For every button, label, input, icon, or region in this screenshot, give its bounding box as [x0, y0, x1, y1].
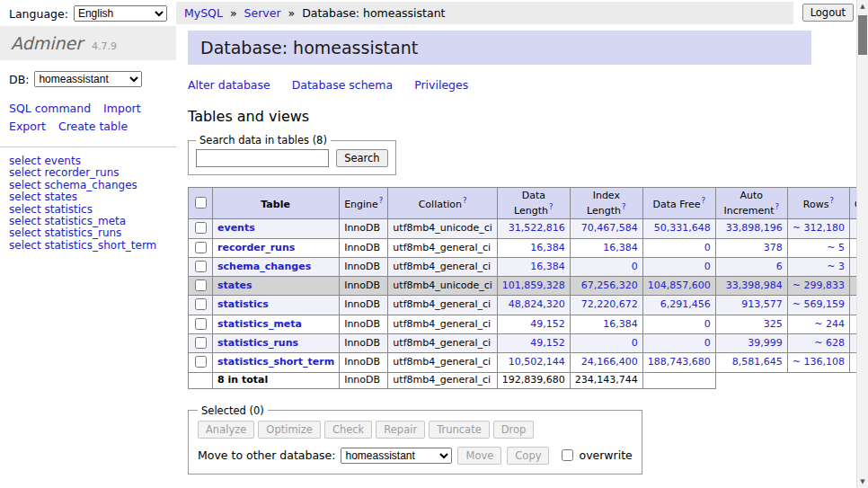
data-length-link[interactable]: 16,384 [530, 242, 565, 254]
create-table-sidebar-link[interactable]: Create table [58, 120, 128, 133]
import-link[interactable]: Import [103, 102, 141, 115]
scrollbar-thumb[interactable] [858, 15, 867, 55]
alter-database-link[interactable]: Alter database [188, 78, 270, 92]
index-length-link[interactable]: 72,220,672 [581, 298, 638, 311]
privileges-link[interactable]: Privileges [414, 78, 468, 92]
rows-count-link[interactable]: ~ 312,180 [793, 222, 845, 235]
data-length-link[interactable]: 48,824,320 [509, 298, 565, 311]
sidebar-table-link[interactable]: select schema_changes [9, 179, 137, 191]
index-length-link[interactable]: 24,166,400 [581, 356, 638, 368]
row-select-checkbox[interactable] [195, 337, 207, 349]
sql-command-link[interactable]: SQL command [9, 102, 91, 115]
data-length-link[interactable]: 10,502,144 [509, 356, 565, 368]
auto-increment-link[interactable]: 8,581,645 [732, 356, 783, 368]
vertical-scrollbar[interactable]: ▲ ▼ [856, 0, 868, 488]
auto-increment-link[interactable]: 325 [764, 318, 783, 331]
index-length-link[interactable]: 0 [632, 337, 638, 350]
sidebar-table-link[interactable]: select statistics_runs [9, 226, 121, 239]
index-length-help-link[interactable]: ? [622, 202, 626, 211]
auto-increment-link[interactable]: 913,577 [741, 298, 783, 311]
overwrite-checkbox[interactable] [562, 449, 573, 461]
auto-increment-link[interactable]: 33,898,196 [726, 222, 783, 235]
breadcrumb-server-link[interactable]: Server [244, 6, 281, 20]
auto-increment-link[interactable]: 6 [776, 261, 783, 273]
table-name-link[interactable]: events [217, 222, 255, 234]
rows-count-link[interactable]: ~ 3 [827, 261, 845, 273]
table-name-link[interactable]: statistics_runs [217, 337, 298, 349]
select-all-checkbox[interactable] [195, 197, 207, 209]
table-name-link[interactable]: statistics_meta [217, 318, 302, 330]
copy-button[interactable]: Copy [507, 447, 549, 465]
auto-increment-link[interactable]: 33,398,984 [726, 279, 783, 292]
move-button[interactable]: Move [457, 447, 501, 465]
move-db-select[interactable]: homeassistant [341, 448, 452, 464]
index-length-link[interactable]: 70,467,584 [581, 222, 638, 235]
engine-help-link[interactable]: ? [379, 196, 384, 205]
rows-count-link[interactable]: ~ 299,833 [793, 279, 845, 292]
row-select-checkbox[interactable] [195, 356, 207, 368]
sidebar-table-link[interactable]: select statistics [9, 203, 93, 216]
search-button[interactable]: Search [336, 149, 388, 167]
data-free-link[interactable]: 0 [704, 261, 711, 273]
sidebar-table-link[interactable]: select states [9, 191, 77, 203]
data-length-link[interactable]: 49,152 [530, 318, 565, 331]
data-free-link[interactable]: 104,857,600 [648, 279, 711, 292]
data-free-help-link[interactable]: ? [702, 196, 706, 205]
data-length-help-link[interactable]: ? [549, 202, 554, 211]
rows-count-link[interactable]: ~ 5 [827, 242, 845, 254]
data-length-link[interactable]: 31,522,816 [509, 222, 565, 235]
scrollbar-up-arrow-icon[interactable]: ▲ [857, 0, 868, 13]
row-select-checkbox[interactable] [195, 318, 207, 330]
data-free-link[interactable]: 0 [704, 337, 711, 350]
row-select-checkbox[interactable] [195, 261, 207, 272]
data-length-link[interactable]: 49,152 [530, 337, 565, 350]
data-length-link[interactable]: 16,384 [530, 261, 565, 273]
analyze-button[interactable]: Analyze [198, 421, 254, 439]
rows-count-link[interactable]: ~ 244 [814, 318, 845, 331]
optimize-button[interactable]: Optimize [258, 421, 321, 439]
scrollbar-down-arrow-icon[interactable]: ▼ [857, 475, 868, 488]
data-free-link[interactable]: 0 [704, 242, 711, 254]
index-length-link[interactable]: 16,384 [603, 318, 638, 331]
export-link[interactable]: Export [9, 120, 46, 133]
index-length-link[interactable]: 67,256,320 [581, 279, 638, 292]
breadcrumb-mysql-link[interactable]: MySQL [184, 6, 223, 20]
collation-help-link[interactable]: ? [463, 196, 467, 205]
table-name-link[interactable]: statistics_short_term [217, 356, 334, 368]
auto-increment-help-link[interactable]: ? [775, 202, 780, 211]
rows-count-link[interactable]: ~ 136,108 [793, 356, 845, 368]
repair-button[interactable]: Repair [376, 421, 425, 439]
index-length-link[interactable]: 16,384 [603, 242, 638, 254]
drop-button[interactable]: Drop [493, 421, 535, 439]
language-select[interactable]: English [74, 5, 167, 22]
data-length-link[interactable]: 101,859,328 [502, 279, 565, 292]
sidebar-table-link[interactable]: select events [9, 155, 81, 167]
data-free-link[interactable]: 0 [704, 318, 711, 331]
row-select-checkbox[interactable] [195, 279, 207, 291]
rows-count-link[interactable]: ~ 569,159 [793, 298, 845, 311]
auto-increment-link[interactable]: 378 [764, 242, 783, 254]
rows-count-link[interactable]: ~ 628 [814, 337, 845, 350]
sidebar-table-link[interactable]: select statistics_meta [9, 215, 126, 227]
db-select[interactable]: homeassistant [34, 71, 142, 87]
row-select-checkbox[interactable] [195, 222, 207, 234]
row-select-checkbox[interactable] [195, 242, 207, 253]
data-free-link[interactable]: 188,743,680 [648, 356, 711, 368]
database-schema-link[interactable]: Database schema [292, 78, 393, 92]
sidebar-table-link[interactable]: select statistics_short_term [9, 239, 156, 252]
check-button[interactable]: Check [324, 421, 372, 439]
data-free-link[interactable]: 50,331,648 [654, 222, 711, 235]
search-input[interactable] [196, 149, 329, 167]
table-name-link[interactable]: statistics [217, 298, 269, 310]
data-free-link[interactable]: 6,291,456 [660, 298, 711, 311]
table-name-link[interactable]: schema_changes [217, 261, 311, 272]
logout-button[interactable]: Logout [802, 4, 854, 22]
truncate-button[interactable]: Truncate [429, 421, 490, 439]
rows-help-link[interactable]: ? [829, 196, 834, 205]
auto-increment-link[interactable]: 39,999 [748, 337, 783, 350]
row-select-checkbox[interactable] [195, 298, 207, 310]
index-length-link[interactable]: 0 [632, 261, 638, 273]
table-name-link[interactable]: recorder_runs [217, 242, 295, 253]
sidebar-table-link[interactable]: select recorder_runs [9, 166, 120, 179]
table-name-link[interactable]: states [217, 279, 252, 291]
